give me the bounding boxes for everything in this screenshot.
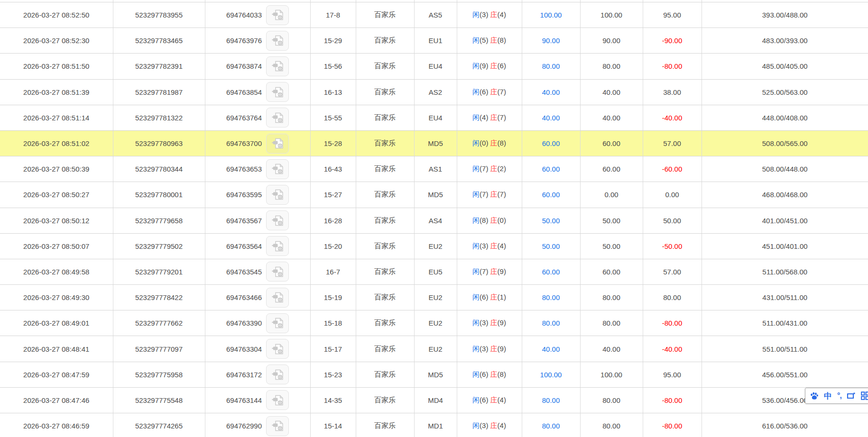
balance-cell: 393.00/488.00 [702, 2, 868, 28]
balance-cell: 511.00/431.00 [702, 310, 868, 336]
table-row[interactable]: 2026-03-27 08:51:50 523297782391 6947638… [0, 54, 868, 79]
bet-amount-cell: 50.00 [522, 208, 580, 233]
bet-amount-link[interactable]: 80.00 [542, 62, 560, 70]
table-row[interactable]: 2026-03-27 08:52:30 523297783465 6947639… [0, 28, 868, 54]
winloss-amount: 57.00 [663, 139, 681, 147]
bet-amount-link[interactable]: 40.00 [542, 345, 560, 353]
shoe-round-cell: 15-17 [310, 336, 356, 362]
game-type: 百家乐 [374, 421, 396, 429]
table-row[interactable]: 2026-03-27 08:47:46 523297775548 6947631… [0, 387, 868, 413]
bet-time-cell: 2026-03-27 08:50:27 [0, 182, 113, 208]
winloss-cell: -50.00 [643, 233, 702, 259]
table-row[interactable]: 2026-03-27 08:52:50 523297783955 6947640… [0, 2, 868, 28]
table-row[interactable]: 2026-03-27 08:49:30 523297778422 6947634… [0, 285, 868, 310]
bet-amount-link[interactable]: 80.00 [542, 422, 560, 430]
video-playback-button[interactable] [266, 134, 289, 154]
round-id-cell: 694763304 [205, 336, 310, 362]
video-playback-button[interactable] [266, 56, 289, 76]
game-type: 百家乐 [374, 10, 396, 18]
bet-amount-cell: 40.00 [522, 105, 580, 130]
result-cell: 闲(4) 庄(7) [457, 105, 522, 130]
shoe-round-cell: 15-27 [310, 182, 356, 208]
bet-time-cell: 2026-03-27 08:51:50 [0, 54, 113, 79]
table-row[interactable]: 2026-03-27 08:48:41 523297777097 6947633… [0, 336, 868, 362]
bet-amount-link[interactable]: 80.00 [542, 319, 560, 327]
balance-before-after: 483.00/393.00 [762, 36, 808, 45]
video-playback-button[interactable] [266, 288, 289, 308]
table-code-cell: EU4 [414, 105, 457, 130]
game-type-cell: 百家乐 [356, 362, 414, 387]
video-playback-button[interactable] [266, 262, 289, 282]
winloss-amount: 95.00 [663, 371, 681, 379]
table-code-cell: EU5 [414, 259, 457, 284]
banker-points: (6) [498, 62, 506, 70]
soft-keyboard-icon[interactable] [847, 391, 856, 400]
game-type: 百家乐 [374, 190, 396, 198]
table-row[interactable]: 2026-03-27 08:51:14 523297781322 6947637… [0, 105, 868, 130]
order-id: 523297777097 [135, 345, 183, 353]
bet-time: 2026-03-27 08:51:50 [23, 62, 89, 70]
table-row[interactable]: 2026-03-27 08:51:39 523297781987 6947638… [0, 79, 868, 105]
order-id-cell: 523297779201 [113, 259, 205, 284]
bet-amount-link[interactable]: 60.00 [542, 139, 560, 147]
balance-cell: 525.00/563.00 [702, 79, 868, 105]
video-playback-button[interactable] [266, 416, 289, 436]
table-row[interactable]: 2026-03-27 08:50:07 523297779502 6947635… [0, 233, 868, 259]
round-id-cell: 694763595 [205, 182, 310, 208]
video-playback-button[interactable] [266, 210, 289, 230]
video-playback-button[interactable] [266, 236, 289, 256]
bet-amount-link[interactable]: 80.00 [542, 293, 560, 301]
baidu-ime-toolbar[interactable]: 中 °, [805, 388, 868, 404]
video-playback-button[interactable] [266, 339, 289, 359]
bet-amount-link[interactable]: 60.00 [542, 191, 560, 199]
bet-amount-link[interactable]: 100.00 [540, 371, 562, 379]
table-code: AS1 [429, 165, 442, 173]
game-type: 百家乐 [374, 345, 396, 353]
toolbox-grid-icon[interactable] [861, 391, 868, 400]
baidu-logo-icon[interactable] [810, 391, 819, 400]
video-playback-button[interactable] [266, 31, 289, 51]
table-row[interactable]: 2026-03-27 08:49:58 523297779201 6947635… [0, 259, 868, 284]
video-playback-button[interactable] [266, 159, 289, 179]
table-row[interactable]: 2026-03-27 08:46:59 523297774265 6947629… [0, 413, 868, 437]
valid-amount: 50.00 [602, 217, 620, 225]
table-row[interactable]: 2026-03-27 08:49:01 523297777662 6947633… [0, 310, 868, 336]
video-playback-button[interactable] [266, 82, 289, 102]
bet-amount-link[interactable]: 60.00 [542, 268, 560, 276]
bet-amount-link[interactable]: 60.00 [542, 165, 560, 173]
table-row[interactable]: 2026-03-27 08:47:59 523297775958 6947631… [0, 362, 868, 387]
video-playback-button[interactable] [266, 5, 289, 25]
bet-time: 2026-03-27 08:52:30 [23, 36, 89, 45]
video-playback-button[interactable] [266, 108, 289, 127]
table-row[interactable]: 2026-03-27 08:51:02 523297780963 6947637… [0, 130, 868, 156]
table-row[interactable]: 2026-03-27 08:50:39 523297780344 6947636… [0, 156, 868, 182]
bet-amount-link[interactable]: 50.00 [542, 217, 560, 225]
video-playback-button[interactable] [266, 364, 289, 384]
punctuation-mode-icon[interactable]: °, [837, 392, 841, 400]
video-playback-button[interactable] [266, 185, 289, 205]
bet-time: 2026-03-27 08:51:39 [23, 88, 89, 96]
table-code: EU2 [428, 319, 442, 327]
valid-amount: 80.00 [602, 396, 620, 404]
table-row[interactable]: 2026-03-27 08:50:27 523297780001 6947635… [0, 182, 868, 208]
shoe-round-cell: 15-23 [310, 362, 356, 387]
bet-amount-link[interactable]: 80.00 [542, 396, 560, 404]
bet-amount-link[interactable]: 50.00 [542, 242, 560, 250]
result-cell: 闲(3) 庄(4) [457, 413, 522, 437]
video-playback-button[interactable] [266, 313, 289, 333]
table-code: EU4 [428, 62, 442, 70]
table-code-cell: AS1 [414, 156, 457, 182]
table-row[interactable]: 2026-03-27 08:50:12 523297779658 6947635… [0, 208, 868, 233]
video-playback-icon [271, 9, 284, 21]
shoe-round: 15-27 [324, 191, 342, 199]
table-code: EU2 [428, 293, 442, 301]
video-playback-icon [271, 112, 284, 124]
bet-amount-link[interactable]: 40.00 [542, 114, 560, 122]
bet-amount-link[interactable]: 100.00 [540, 11, 562, 19]
chinese-mode-icon[interactable]: 中 [824, 392, 832, 400]
valid-amount-cell: 80.00 [580, 387, 643, 413]
video-playback-button[interactable] [266, 390, 289, 410]
order-id-cell: 523297779502 [113, 233, 205, 259]
bet-amount-link[interactable]: 40.00 [542, 88, 560, 96]
bet-amount-link[interactable]: 90.00 [542, 36, 560, 45]
